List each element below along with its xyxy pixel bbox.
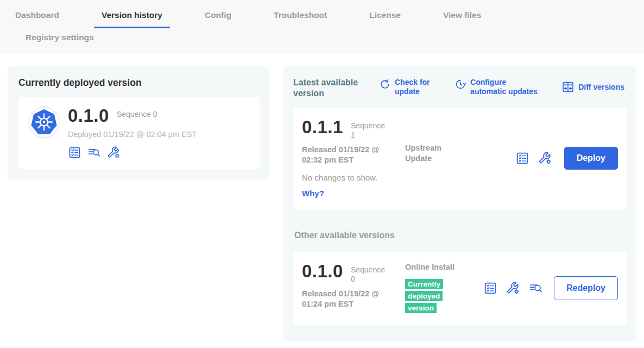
redeploy-button[interactable]: Redeploy	[554, 276, 618, 300]
primary-tabs: Dashboard Version history Config Trouble…	[8, 8, 644, 28]
tab-dashboard[interactable]: Dashboard	[8, 8, 67, 28]
other-released-timestamp: Released 01/19/22 @ 01:24 pm EST	[302, 289, 397, 309]
latest-version-number: 0.1.1	[302, 118, 343, 136]
latest-version-details: 0.1.1 Sequence 1 Released 01/19/22 @ 02:…	[302, 118, 405, 198]
other-version-number: 0.1.0	[302, 262, 343, 281]
deployed-version-details: 0.1.0 Sequence 0 Deployed 01/19/22 @ 02:…	[68, 107, 197, 159]
tab-registry-settings[interactable]: Registry settings	[18, 30, 102, 49]
latest-sequence-label: Sequence 1	[351, 121, 388, 140]
currently-deployed-title: Currently deployed version	[18, 77, 260, 89]
other-version-source-col: Online Install Currently deployed versio…	[405, 262, 459, 314]
latest-version-actions: Deploy	[515, 147, 618, 170]
schedule-update-icon	[454, 78, 466, 90]
other-version-actions: Redeploy	[483, 276, 618, 300]
config-icon[interactable]	[538, 151, 552, 165]
no-changes-text: No changes to show.	[302, 173, 405, 182]
version-history-page: Currently deployed version 0.1.0 Sequenc…	[0, 53, 644, 341]
available-versions-panel: Latest available version Check for updat…	[283, 66, 636, 341]
deploy-logs-icon[interactable]	[87, 146, 101, 159]
latest-version-card: 0.1.1 Sequence 1 Released 01/19/22 @ 02:…	[293, 108, 627, 210]
other-version-card: 0.1.0 Sequence 0 Released 01/19/22 @ 01:…	[293, 252, 627, 325]
other-sequence-label: Sequence 0	[351, 265, 388, 284]
top-navigation: Dashboard Version history Config Trouble…	[0, 0, 644, 53]
preflight-checks-icon[interactable]	[515, 151, 529, 165]
kubernetes-logo-icon	[28, 107, 60, 138]
why-link[interactable]: Why?	[302, 189, 324, 198]
deployed-version-number: 0.1.0	[68, 107, 109, 125]
currently-deployed-panel: Currently deployed version 0.1.0 Sequenc…	[8, 66, 269, 179]
tab-license[interactable]: License	[362, 8, 408, 28]
diff-versions-label: Diff versions	[578, 83, 624, 92]
status-badge-wrap: Currently deployed version	[405, 278, 444, 314]
configure-automatic-updates-link[interactable]: Configure automatic updates	[454, 78, 542, 96]
available-versions-header: Latest available version Check for updat…	[293, 77, 627, 99]
check-for-update-label: Check for update	[395, 78, 435, 96]
preflight-checks-icon[interactable]	[68, 146, 81, 159]
deployed-timestamp: Deployed 01/19/22 @ 02:04 pm EST	[68, 130, 197, 139]
deployed-sequence-label: Sequence 0	[117, 110, 157, 119]
refresh-icon	[379, 78, 391, 90]
deploy-button[interactable]: Deploy	[564, 147, 618, 170]
config-icon[interactable]	[107, 146, 121, 159]
other-version-source: Online Install	[405, 262, 459, 272]
check-for-update-link[interactable]: Check for update	[379, 78, 435, 96]
secondary-tabs: Registry settings	[8, 30, 644, 49]
latest-version-source: Upstream Update	[405, 143, 459, 164]
deployed-version-card: 0.1.0 Sequence 0 Deployed 01/19/22 @ 02:…	[18, 97, 260, 169]
tab-view-files[interactable]: View files	[435, 8, 489, 28]
other-version-details: 0.1.0 Sequence 0 Released 01/19/22 @ 01:…	[302, 262, 405, 309]
tab-troubleshoot[interactable]: Troubleshoot	[266, 8, 334, 28]
tab-config[interactable]: Config	[197, 8, 239, 28]
config-icon[interactable]	[506, 281, 520, 295]
diff-versions-link[interactable]: Diff versions	[561, 78, 624, 96]
header-actions: Check for update Configure automatic upd…	[365, 77, 627, 96]
currently-deployed-badge: Currently deployed version	[405, 279, 443, 313]
other-available-versions-title: Other available versions	[294, 231, 627, 240]
diff-icon	[561, 80, 574, 94]
latest-released-timestamp: Released 01/19/22 @ 02:32 pm EST	[302, 145, 397, 165]
deploy-logs-icon[interactable]	[529, 281, 543, 295]
configure-automatic-updates-label: Configure automatic updates	[470, 78, 542, 96]
latest-available-title: Latest available version	[293, 77, 365, 99]
preflight-checks-icon[interactable]	[483, 281, 497, 295]
tab-version-history[interactable]: Version history	[94, 8, 170, 28]
